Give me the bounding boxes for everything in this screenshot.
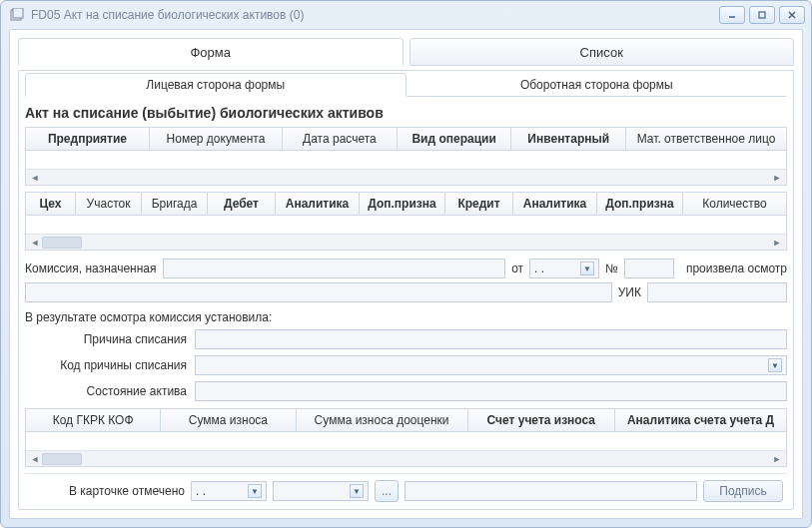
col-calc-date[interactable]: Дата расчета (283, 128, 398, 150)
uik-input[interactable] (647, 282, 787, 302)
did-label: произвела осмотр (686, 262, 787, 275)
tab-list-label: Список (580, 45, 623, 60)
reason-code-label: Код причины списания (25, 358, 195, 372)
marked-date-value: . . (196, 484, 206, 498)
tab-form[interactable]: Форма (18, 38, 404, 66)
grid2-scrollbar[interactable]: ◄ ► (26, 234, 786, 250)
col-credit[interactable]: Кредит (445, 193, 513, 215)
sub-tabs: Лицевая сторона формы Оборотная сторона … (25, 73, 787, 97)
col-brigade[interactable]: Бригада (142, 193, 208, 215)
grid1-header: Предприятие Номер документа Дата расчета… (26, 128, 786, 151)
marked-type-combo[interactable]: ▼ (273, 481, 369, 501)
scroll-left-icon[interactable]: ◄ (28, 453, 42, 465)
scroll-thumb[interactable] (42, 453, 82, 465)
col-wear-analytics[interactable]: Аналитика счета учета Д (615, 409, 786, 431)
reason-row: Причина списания (25, 329, 787, 349)
svg-rect-3 (759, 12, 765, 18)
col-section[interactable]: Участок (76, 193, 142, 215)
grid3-scrollbar[interactable]: ◄ ► (26, 450, 786, 466)
tab-front-label: Лицевая сторона формы (146, 78, 285, 92)
col-inventory[interactable]: Инвентарный (511, 128, 626, 150)
window-controls (719, 6, 805, 24)
grid-details: Цех Участок Бригада Дебет Аналитика Доп.… (25, 192, 787, 251)
browse-button[interactable]: ... (375, 480, 399, 502)
col-shop[interactable]: Цех (26, 193, 76, 215)
asset-state-row: Состояние актива (25, 381, 787, 401)
uik-label: УИК (618, 285, 641, 299)
asset-state-input[interactable] (195, 381, 787, 401)
col-quantity[interactable]: Количество (683, 193, 786, 215)
grid2-header: Цех Участок Бригада Дебет Аналитика Доп.… (26, 193, 786, 216)
tab-front-side[interactable]: Лицевая сторона формы (25, 73, 406, 97)
tab-list[interactable]: Список (409, 38, 795, 66)
col-analytics1[interactable]: Аналитика (276, 193, 360, 215)
scroll-right-icon[interactable]: ► (770, 172, 784, 184)
minimize-button[interactable] (719, 6, 745, 24)
col-gkrk[interactable]: Код ГКРК КОФ (26, 409, 161, 431)
scroll-right-icon[interactable]: ► (770, 453, 784, 465)
commission-number-input[interactable] (624, 259, 674, 278)
maximize-button[interactable] (749, 6, 775, 24)
chevron-down-icon[interactable]: ▼ (350, 484, 364, 498)
client-area: Форма Список Лицевая сторона формы Оборо… (9, 29, 803, 519)
chevron-down-icon[interactable]: ▼ (580, 262, 594, 275)
scroll-thumb[interactable] (42, 237, 82, 249)
grid1-body[interactable] (26, 151, 786, 169)
commission-date-picker[interactable]: . . ▼ (529, 259, 599, 278)
col-wear-sum[interactable]: Сумма износа (161, 409, 296, 431)
ellipsis-icon: ... (382, 484, 392, 498)
grid2-body[interactable] (26, 216, 786, 234)
commission-input[interactable] (163, 259, 506, 278)
col-analytics2[interactable]: Аналитика (513, 193, 597, 215)
grid-header-info: Предприятие Номер документа Дата расчета… (25, 127, 787, 186)
close-button[interactable] (779, 6, 805, 24)
commission-row: Комиссия, назначенная от . . ▼ № произве… (25, 259, 787, 278)
sign-button[interactable]: Подпись (703, 480, 783, 502)
col-extra2[interactable]: Доп.призна (597, 193, 683, 215)
col-debit[interactable]: Дебет (208, 193, 276, 215)
chevron-down-icon[interactable]: ▼ (248, 484, 262, 498)
tab-back-side[interactable]: Оборотная сторона формы (406, 73, 788, 97)
tab-form-label: Форма (190, 45, 231, 60)
chevron-down-icon[interactable]: ▼ (768, 358, 782, 372)
sign-button-label: Подпись (719, 484, 767, 498)
bottom-bar: В карточке отмечено . . ▼ ▼ ... Подпись (25, 473, 787, 502)
col-op-type[interactable]: Вид операции (398, 128, 512, 150)
col-enterprise[interactable]: Предприятие (26, 128, 150, 150)
scroll-right-icon[interactable]: ► (770, 237, 784, 249)
inspection-object-input[interactable] (25, 282, 612, 302)
titlebar: FD05 Акт на списание биологических актив… (1, 1, 811, 29)
grid-wear: Код ГКРК КОФ Сумма износа Сумма износа д… (25, 408, 787, 467)
grid3-body[interactable] (26, 432, 786, 450)
uik-row: УИК (25, 282, 787, 302)
num-label: № (605, 262, 618, 275)
svg-rect-1 (13, 8, 23, 18)
result-line: В результате осмотра комиссия установила… (25, 310, 787, 324)
window-frame: FD05 Акт на списание биологических актив… (0, 0, 812, 528)
commission-date-value: . . (534, 262, 544, 275)
app-icon (9, 7, 25, 23)
page-title: Акт на списание (выбытие) биологических … (25, 105, 787, 121)
marked-label: В карточке отмечено (69, 484, 185, 498)
grid1-scrollbar[interactable]: ◄ ► (26, 169, 786, 185)
form-area: Лицевая сторона формы Оборотная сторона … (18, 70, 794, 510)
from-label: от (511, 262, 523, 275)
col-doc-number[interactable]: Номер документа (150, 128, 283, 150)
marked-date-picker[interactable]: . . ▼ (191, 481, 267, 501)
main-tabs: Форма Список (18, 38, 794, 66)
col-responsible[interactable]: Мат. ответственное лицо (626, 128, 786, 150)
col-wear-reval[interactable]: Сумма износа дооценки (297, 409, 468, 431)
asset-state-label: Состояние актива (25, 384, 195, 398)
col-extra1[interactable]: Доп.призна (360, 193, 445, 215)
scroll-left-icon[interactable]: ◄ (28, 237, 42, 249)
reason-label: Причина списания (25, 332, 195, 346)
grid3-header: Код ГКРК КОФ Сумма износа Сумма износа д… (26, 409, 786, 432)
reason-input[interactable] (195, 329, 787, 349)
tab-back-label: Оборотная сторона формы (520, 78, 673, 92)
scroll-left-icon[interactable]: ◄ (28, 172, 42, 184)
col-wear-account[interactable]: Счет учета износа (468, 409, 616, 431)
marked-text-input[interactable] (405, 481, 697, 501)
commission-label: Комиссия, назначенная (25, 262, 157, 275)
reason-code-row: Код причины списания ▼ (25, 355, 787, 375)
reason-code-combo[interactable]: ▼ (195, 355, 787, 375)
